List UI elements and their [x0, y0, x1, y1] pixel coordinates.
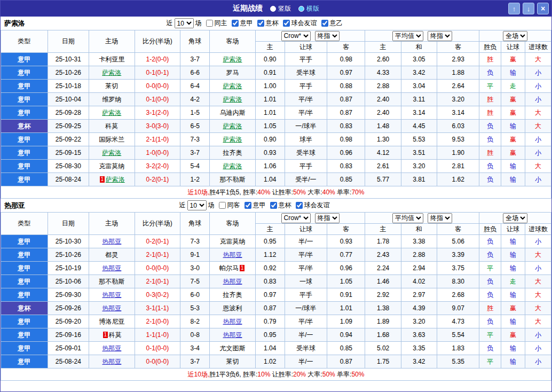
goals-cell: 大 — [525, 275, 551, 288]
team-link[interactable]: 萨索洛 — [102, 69, 121, 76]
score-link[interactable]: 2-1(0-0) — [146, 318, 169, 325]
team-link[interactable]: 萨索洛 — [106, 176, 125, 183]
filter-checkbox[interactable]: 意甲 — [245, 201, 266, 210]
score-cell: 0-2(0-1) — [135, 173, 180, 186]
team-link[interactable]: 卡利亚里 — [99, 56, 124, 63]
checkbox-input[interactable] — [206, 20, 213, 27]
team-link[interactable]: 萨索洛 — [102, 149, 121, 156]
avg-home-cell: 2.92 — [365, 288, 401, 302]
checkbox-input[interactable] — [270, 202, 277, 209]
team-link[interactable]: 乌迪内斯 — [219, 109, 245, 116]
layout-radio-vertical[interactable]: 竖版 — [270, 4, 291, 13]
team-link[interactable]: 拉齐奥 — [223, 291, 242, 299]
final-index-select[interactable]: 终指 — [315, 31, 340, 41]
odds-home-cell: 0.93 — [255, 146, 285, 160]
filter-checkbox[interactable]: 球会友谊 — [296, 201, 330, 210]
score-link[interactable]: 0-1(0-0) — [146, 96, 169, 103]
team-link[interactable]: 博洛尼亚 — [99, 318, 124, 325]
team-link[interactable]: 热那亚 — [102, 264, 121, 272]
checkbox-input[interactable] — [296, 202, 303, 209]
team-link[interactable]: 罗马 — [226, 69, 239, 76]
filter-checkbox[interactable]: 意杯 — [270, 201, 291, 210]
team-link[interactable]: 热那亚 — [223, 251, 242, 258]
team-link[interactable]: 克雷莫纳 — [99, 162, 124, 170]
team-link[interactable]: 莱切 — [226, 358, 239, 365]
team-link[interactable]: 那不勒斯 — [99, 278, 124, 285]
team-link[interactable]: 莱切 — [105, 82, 118, 90]
team-link[interactable]: 萨索洛 — [102, 109, 121, 116]
team-link[interactable]: 恩波利 — [223, 304, 242, 312]
score-link[interactable]: 3-2(2-0) — [146, 162, 169, 170]
team-link[interactable]: 萨索洛 — [223, 96, 242, 103]
filter-checkbox[interactable]: 意乙 — [321, 19, 343, 28]
score-link[interactable]: 0-0(0-0) — [146, 82, 169, 90]
team-link[interactable]: 拉齐奥 — [223, 149, 242, 156]
score-link[interactable]: 2-1(0-1) — [146, 251, 169, 258]
score-link[interactable]: 2-1(1-0) — [146, 136, 169, 143]
close-button[interactable]: × — [537, 3, 549, 14]
match-row: 意甲25-09-161科莫1-1(1-0)0-8热那亚0.95半/一0.941.… — [1, 328, 551, 342]
checkbox-input[interactable] — [321, 20, 328, 27]
fullmatch-select[interactable]: 全场 — [503, 213, 527, 223]
team-link[interactable]: 萨索洛 — [223, 162, 242, 170]
team-link[interactable]: 科莫 — [109, 331, 122, 339]
team-link[interactable]: 萨索洛 — [223, 136, 242, 143]
team-link[interactable]: 维罗纳 — [102, 96, 121, 103]
near-count-select[interactable]: 10 — [175, 18, 194, 28]
score-link[interactable]: 0-0(0-0) — [146, 264, 169, 272]
score-link[interactable]: 0-0(0-0) — [146, 358, 169, 365]
score-link[interactable]: 3-1(2-0) — [146, 109, 169, 116]
team-link[interactable]: 克雷莫纳 — [219, 238, 245, 245]
team-link[interactable]: 热那亚 — [223, 278, 242, 285]
score-link[interactable]: 0-3(0-2) — [146, 291, 169, 299]
average-select[interactable]: 平均值 — [392, 213, 423, 223]
team-link[interactable]: 都灵 — [105, 251, 118, 258]
layout-radio-horizontal[interactable]: 横版 — [298, 4, 319, 13]
near-count-select[interactable]: 10 — [187, 200, 207, 210]
team-link[interactable]: 国际米兰 — [99, 136, 124, 143]
team-link[interactable]: 萨索洛 — [223, 122, 242, 130]
score-link[interactable]: 0-1(0-0) — [146, 344, 169, 352]
move-down-button[interactable]: ↓ — [523, 3, 534, 14]
checkbox-input[interactable] — [219, 202, 226, 209]
team-link[interactable]: 那不勒斯 — [219, 176, 245, 183]
score-link[interactable]: 1-2(0-0) — [146, 56, 169, 63]
team-link[interactable]: 帕尔马 — [219, 264, 239, 272]
team-link[interactable]: 热那亚 — [102, 358, 121, 365]
score-link[interactable]: 1-0(0-0) — [146, 149, 169, 156]
team-link[interactable]: 萨索洛 — [223, 82, 242, 90]
average-select[interactable]: 平均值 — [392, 31, 423, 41]
filter-checkbox[interactable]: 意杯 — [257, 19, 279, 28]
final-index-select[interactable]: 终指 — [315, 213, 340, 223]
checkbox-input[interactable] — [232, 20, 239, 27]
team-link[interactable]: 热那亚 — [223, 318, 242, 325]
checkbox-input[interactable] — [245, 202, 251, 209]
team-link[interactable]: 热那亚 — [102, 291, 121, 299]
team-link[interactable]: 热那亚 — [102, 304, 121, 312]
team-link[interactable]: 热那亚 — [223, 331, 242, 339]
score-link[interactable]: 1-1(1-0) — [146, 331, 169, 339]
team-link[interactable]: 萨索洛 — [223, 56, 242, 63]
odds-company-select[interactable]: Crow* — [281, 31, 311, 41]
odds-company-select[interactable]: Crow* — [281, 213, 311, 223]
score-link[interactable]: 3-1(1-1) — [146, 304, 169, 312]
checkbox-input[interactable] — [283, 20, 290, 27]
fullmatch-select[interactable]: 全场 — [503, 31, 527, 41]
move-up-button[interactable]: ↑ — [508, 3, 520, 14]
team-link[interactable]: 科莫 — [105, 122, 118, 130]
average-final-select[interactable]: 终指 — [428, 31, 452, 41]
checkbox-input[interactable] — [257, 20, 264, 27]
filter-checkbox[interactable]: 同主 — [206, 19, 227, 28]
average-final-select[interactable]: 终指 — [428, 213, 452, 223]
score-link[interactable]: 0-2(0-1) — [146, 176, 169, 183]
score-link[interactable]: 0-2(0-1) — [146, 238, 169, 245]
score-link[interactable]: 0-1(0-1) — [146, 69, 169, 76]
score-link[interactable]: 2-1(0-1) — [146, 278, 169, 285]
filter-checkbox[interactable]: 意甲 — [232, 19, 253, 28]
filter-checkbox[interactable]: 球会友谊 — [283, 19, 317, 28]
team-link[interactable]: 热那亚 — [102, 238, 121, 245]
filter-checkbox[interactable]: 同客 — [219, 201, 240, 210]
team-link[interactable]: 尤文图斯 — [219, 344, 245, 352]
team-link[interactable]: 热那亚 — [102, 344, 121, 352]
score-link[interactable]: 3-0(3-0) — [146, 122, 169, 130]
